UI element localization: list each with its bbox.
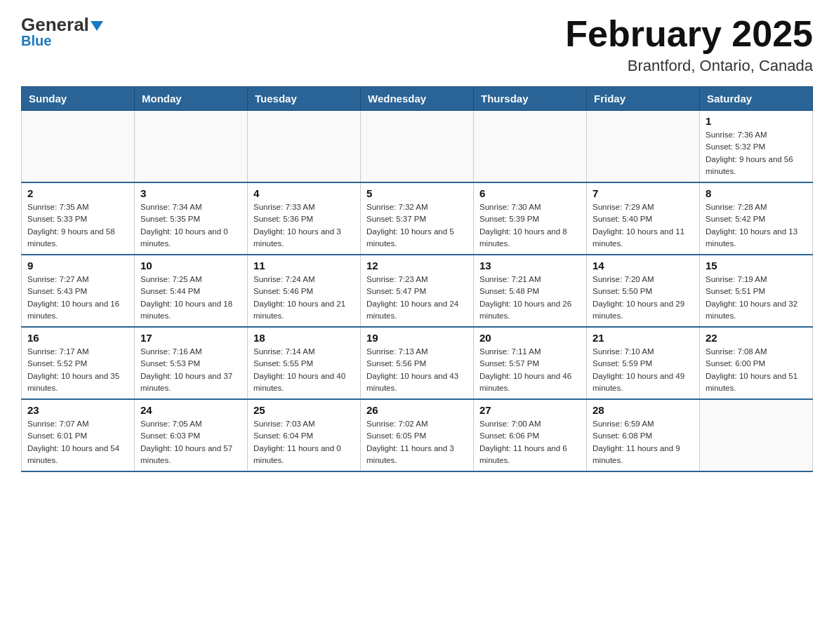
day-number: 27 [479, 404, 581, 416]
day-number: 2 [27, 187, 128, 199]
day-info: Sunrise: 7:25 AMSunset: 5:44 PMDaylight:… [140, 274, 241, 322]
calendar-day-cell: 11Sunrise: 7:24 AMSunset: 5:46 PMDayligh… [248, 255, 361, 327]
calendar-day-cell [587, 111, 700, 183]
calendar-day-cell: 27Sunrise: 7:00 AMSunset: 6:06 PMDayligh… [474, 399, 587, 471]
calendar-day-cell: 6Sunrise: 7:30 AMSunset: 5:39 PMDaylight… [474, 182, 587, 255]
day-info: Sunrise: 7:16 AMSunset: 5:53 PMDaylight:… [140, 346, 241, 394]
weekday-header-friday: Friday [587, 87, 700, 111]
calendar-day-cell: 8Sunrise: 7:28 AMSunset: 5:42 PMDaylight… [700, 182, 813, 255]
calendar-day-cell: 3Sunrise: 7:34 AMSunset: 5:35 PMDaylight… [135, 182, 248, 255]
day-info: Sunrise: 7:20 AMSunset: 5:50 PMDaylight:… [593, 274, 694, 322]
calendar-week-row: 2Sunrise: 7:35 AMSunset: 5:33 PMDaylight… [22, 182, 813, 255]
day-info: Sunrise: 7:08 AMSunset: 6:00 PMDaylight:… [706, 346, 807, 394]
calendar-day-cell: 5Sunrise: 7:32 AMSunset: 5:37 PMDaylight… [361, 182, 474, 255]
day-number: 19 [366, 332, 468, 344]
day-number: 17 [140, 332, 241, 344]
day-info: Sunrise: 7:23 AMSunset: 5:47 PMDaylight:… [366, 274, 468, 322]
calendar-day-cell: 18Sunrise: 7:14 AMSunset: 5:55 PMDayligh… [248, 327, 361, 399]
day-info: Sunrise: 7:02 AMSunset: 6:05 PMDaylight:… [366, 418, 468, 467]
calendar-day-cell: 1Sunrise: 7:36 AMSunset: 5:32 PMDaylight… [700, 111, 813, 183]
day-number: 9 [27, 260, 128, 271]
day-info: Sunrise: 7:17 AMSunset: 5:52 PMDaylight:… [27, 346, 128, 394]
day-info: Sunrise: 7:34 AMSunset: 5:35 PMDaylight:… [140, 201, 241, 250]
calendar-day-cell [135, 111, 248, 183]
day-info: Sunrise: 7:10 AMSunset: 5:59 PMDaylight:… [593, 346, 694, 394]
day-info: Sunrise: 7:03 AMSunset: 6:04 PMDaylight:… [253, 418, 355, 467]
calendar-week-row: 1Sunrise: 7:36 AMSunset: 5:32 PMDaylight… [22, 111, 813, 183]
day-number: 18 [253, 332, 355, 344]
day-number: 28 [593, 404, 694, 416]
calendar-day-cell [22, 111, 135, 183]
weekday-header-monday: Monday [135, 87, 248, 111]
title-area: February 2025 Brantford, Ontario, Canada [565, 14, 813, 75]
logo: General Blue [21, 14, 103, 49]
weekday-header-wednesday: Wednesday [361, 87, 474, 111]
calendar-day-cell: 21Sunrise: 7:10 AMSunset: 5:59 PMDayligh… [587, 327, 700, 399]
day-number: 8 [706, 187, 807, 199]
day-number: 23 [27, 404, 128, 416]
day-number: 24 [140, 404, 241, 416]
day-info: Sunrise: 7:00 AMSunset: 6:06 PMDaylight:… [479, 418, 581, 467]
day-number: 10 [140, 260, 241, 271]
day-number: 12 [366, 260, 468, 271]
day-info: Sunrise: 7:11 AMSunset: 5:57 PMDaylight:… [479, 346, 581, 394]
calendar-day-cell: 22Sunrise: 7:08 AMSunset: 6:00 PMDayligh… [700, 327, 813, 399]
calendar-week-row: 23Sunrise: 7:07 AMSunset: 6:01 PMDayligh… [22, 399, 813, 471]
day-number: 26 [366, 404, 468, 416]
calendar-day-cell: 10Sunrise: 7:25 AMSunset: 5:44 PMDayligh… [135, 255, 248, 327]
calendar-day-cell: 4Sunrise: 7:33 AMSunset: 5:36 PMDaylight… [248, 182, 361, 255]
day-info: Sunrise: 7:21 AMSunset: 5:48 PMDaylight:… [479, 274, 581, 322]
calendar-day-cell: 24Sunrise: 7:05 AMSunset: 6:03 PMDayligh… [135, 399, 248, 471]
day-info: Sunrise: 7:35 AMSunset: 5:33 PMDaylight:… [27, 201, 128, 250]
day-info: Sunrise: 7:28 AMSunset: 5:42 PMDaylight:… [706, 201, 807, 250]
day-number: 5 [366, 187, 468, 199]
page-header: General Blue February 2025 Brantford, On… [21, 14, 813, 75]
calendar-day-cell [248, 111, 361, 183]
day-number: 14 [593, 260, 694, 271]
day-info: Sunrise: 7:32 AMSunset: 5:37 PMDaylight:… [366, 201, 468, 250]
calendar-day-cell [361, 111, 474, 183]
calendar-day-cell: 9Sunrise: 7:27 AMSunset: 5:43 PMDaylight… [22, 255, 135, 327]
calendar-table: SundayMondayTuesdayWednesdayThursdayFrid… [21, 86, 813, 472]
day-number: 16 [27, 332, 128, 344]
calendar-week-row: 16Sunrise: 7:17 AMSunset: 5:52 PMDayligh… [22, 327, 813, 399]
weekday-header-tuesday: Tuesday [248, 87, 361, 111]
calendar-day-cell: 7Sunrise: 7:29 AMSunset: 5:40 PMDaylight… [587, 182, 700, 255]
calendar-week-row: 9Sunrise: 7:27 AMSunset: 5:43 PMDaylight… [22, 255, 813, 327]
day-info: Sunrise: 7:13 AMSunset: 5:56 PMDaylight:… [366, 346, 468, 394]
calendar-day-cell: 17Sunrise: 7:16 AMSunset: 5:53 PMDayligh… [135, 327, 248, 399]
calendar-day-cell: 19Sunrise: 7:13 AMSunset: 5:56 PMDayligh… [361, 327, 474, 399]
logo-blue-text: Blue [21, 33, 51, 49]
weekday-header-thursday: Thursday [474, 87, 587, 111]
calendar-day-cell: 28Sunrise: 6:59 AMSunset: 6:08 PMDayligh… [587, 399, 700, 471]
day-info: Sunrise: 7:29 AMSunset: 5:40 PMDaylight:… [593, 201, 694, 250]
day-number: 22 [706, 332, 807, 344]
calendar-day-cell: 26Sunrise: 7:02 AMSunset: 6:05 PMDayligh… [361, 399, 474, 471]
calendar-subtitle: Brantford, Ontario, Canada [565, 57, 813, 75]
day-info: Sunrise: 7:05 AMSunset: 6:03 PMDaylight:… [140, 418, 241, 467]
day-info: Sunrise: 6:59 AMSunset: 6:08 PMDaylight:… [593, 418, 694, 467]
day-info: Sunrise: 7:07 AMSunset: 6:01 PMDaylight:… [27, 418, 128, 467]
calendar-day-cell [700, 399, 813, 471]
day-info: Sunrise: 7:19 AMSunset: 5:51 PMDaylight:… [706, 274, 807, 322]
day-info: Sunrise: 7:27 AMSunset: 5:43 PMDaylight:… [27, 274, 128, 322]
day-number: 21 [593, 332, 694, 344]
logo-triangle-icon [91, 21, 103, 31]
day-info: Sunrise: 7:14 AMSunset: 5:55 PMDaylight:… [253, 346, 355, 394]
calendar-day-cell: 12Sunrise: 7:23 AMSunset: 5:47 PMDayligh… [361, 255, 474, 327]
calendar-day-cell: 20Sunrise: 7:11 AMSunset: 5:57 PMDayligh… [474, 327, 587, 399]
day-number: 1 [706, 115, 807, 127]
calendar-title: February 2025 [565, 14, 813, 54]
weekday-header-sunday: Sunday [22, 87, 135, 111]
calendar-day-cell: 13Sunrise: 7:21 AMSunset: 5:48 PMDayligh… [474, 255, 587, 327]
calendar-day-cell: 14Sunrise: 7:20 AMSunset: 5:50 PMDayligh… [587, 255, 700, 327]
day-number: 7 [593, 187, 694, 199]
day-number: 6 [479, 187, 581, 199]
day-number: 15 [706, 260, 807, 271]
day-number: 25 [253, 404, 355, 416]
calendar-day-cell: 16Sunrise: 7:17 AMSunset: 5:52 PMDayligh… [22, 327, 135, 399]
calendar-day-cell: 25Sunrise: 7:03 AMSunset: 6:04 PMDayligh… [248, 399, 361, 471]
day-number: 3 [140, 187, 241, 199]
calendar-day-cell: 15Sunrise: 7:19 AMSunset: 5:51 PMDayligh… [700, 255, 813, 327]
calendar-header-row: SundayMondayTuesdayWednesdayThursdayFrid… [22, 87, 813, 111]
